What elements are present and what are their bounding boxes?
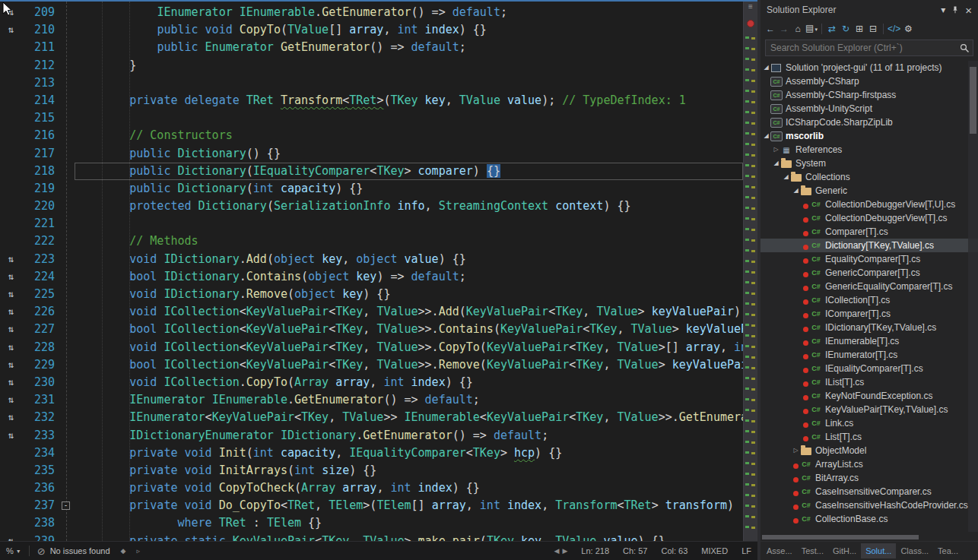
home-icon[interactable]: ⌂ <box>791 21 805 37</box>
tree-item[interactable]: C#IDictionary[TKey,TValue].cs <box>760 321 978 334</box>
search-icon[interactable] <box>960 43 970 53</box>
code-text[interactable]: private void InitArrays(int size) {} <box>75 462 743 479</box>
tree-item[interactable]: ◢Collections <box>760 170 978 184</box>
code-text[interactable]: bool ICollection<KeyValuePair<TKey, TVal… <box>75 321 743 338</box>
code-line[interactable]: ⇅225 void IDictionary.Remove(object key)… <box>0 286 743 303</box>
back-icon[interactable]: ← <box>764 21 777 37</box>
tree-item[interactable]: C#CaseInsensitiveComparer.cs <box>760 485 978 498</box>
tree-item[interactable]: C#KeyNotFoundException.cs <box>760 389 978 403</box>
line-number[interactable]: 236 <box>21 479 58 497</box>
code-text[interactable]: bool IDictionary.Contains(object key) =>… <box>75 268 743 286</box>
implements-glyph-icon[interactable]: ⇅ <box>0 4 21 21</box>
tree-item[interactable]: C#GenericEqualityComparer[T].cs <box>760 280 978 293</box>
tree-item[interactable]: ◢Generic <box>760 184 978 198</box>
implements-glyph-icon[interactable] <box>0 92 21 109</box>
code-text[interactable]: protected Dictionary(SerializationInfo i… <box>75 198 743 215</box>
code-text[interactable] <box>75 109 743 127</box>
implements-glyph-icon[interactable] <box>0 109 21 127</box>
tree-item[interactable]: C#CollectionDebuggerView[T,U].cs <box>760 198 978 211</box>
scrollbar-thumb[interactable] <box>970 67 976 134</box>
expander-open-icon[interactable]: ◢ <box>792 184 800 198</box>
code-line[interactable]: ⇅227 bool ICollection<KeyValuePair<TKey,… <box>0 321 743 338</box>
tree-item[interactable]: C#ArrayList.cs <box>760 457 978 471</box>
code-text[interactable]: private static KeyValuePair<TKey, TValue… <box>75 533 743 541</box>
switch-views-icon[interactable]: ▤▾ <box>805 20 818 38</box>
implements-glyph-icon[interactable] <box>0 215 21 233</box>
tree-item[interactable]: C#Assembly-UnityScript <box>760 102 978 115</box>
code-line[interactable]: 235 private void InitArrays(int size) {} <box>0 462 743 479</box>
line-number[interactable]: 214 <box>21 92 58 109</box>
code-text[interactable]: private void Init(int capacity, IEqualit… <box>75 445 743 462</box>
refresh-icon[interactable]: ↻ <box>839 21 853 37</box>
collapse-all-icon[interactable]: ⊟ <box>866 21 880 37</box>
code-line[interactable]: 213 <box>0 74 743 92</box>
code-text[interactable] <box>75 215 743 233</box>
code-line[interactable]: ⇅226 void ICollection<KeyValuePair<TKey,… <box>0 303 743 321</box>
code-line[interactable]: ⇅224 bool IDictionary.Contains(object ke… <box>0 268 743 286</box>
issues-text[interactable]: No issues found <box>50 546 110 555</box>
code-line[interactable]: ⇅239 private static KeyValuePair<TKey, T… <box>0 533 743 541</box>
implements-glyph-icon[interactable]: ⇅ <box>0 339 21 356</box>
tree-item[interactable]: C#EqualityComparer[T].cs <box>760 252 978 266</box>
tree-item[interactable]: C#IComparer[T].cs <box>760 307 978 321</box>
expander-open-icon[interactable]: ◢ <box>762 61 770 74</box>
implements-glyph-icon[interactable] <box>0 180 21 198</box>
implements-glyph-icon[interactable]: ⇅ <box>0 303 21 321</box>
implements-glyph-icon[interactable] <box>0 145 21 163</box>
forward-icon[interactable]: → <box>777 21 791 37</box>
code-text[interactable]: private delegate TRet Transform<TRet>(TK… <box>75 92 743 109</box>
implements-glyph-icon[interactable] <box>0 163 21 180</box>
tool-window-tab[interactable]: GitH... <box>828 543 861 558</box>
code-line[interactable]: ⇅230 void ICollection.CopyTo(Array array… <box>0 374 743 391</box>
code-line[interactable]: 215 <box>0 109 743 127</box>
code-text[interactable]: void ICollection<KeyValuePair<TKey, TVal… <box>75 339 743 356</box>
line-number[interactable]: 229 <box>21 356 58 374</box>
code-line[interactable]: ⇅231 IEnumerator IEnumerable.GetEnumerat… <box>0 391 743 409</box>
implements-glyph-icon[interactable] <box>0 127 21 144</box>
tool-window-tab[interactable]: Test... <box>797 543 828 558</box>
pin-icon[interactable] <box>951 5 960 14</box>
implements-glyph-icon[interactable]: ⇅ <box>0 286 21 303</box>
line-number[interactable]: 230 <box>21 374 58 391</box>
line-number[interactable]: 216 <box>21 127 58 144</box>
code-text[interactable]: public Dictionary(int capacity) {} <box>75 180 743 198</box>
tree-item[interactable]: C#IList[T].cs <box>760 375 978 389</box>
line-number[interactable]: 225 <box>21 286 58 303</box>
implements-glyph-icon[interactable] <box>0 57 21 74</box>
code-text[interactable]: public Dictionary(IEqualityComparer<TKey… <box>75 163 743 180</box>
implements-glyph-icon[interactable]: ⇅ <box>0 268 21 286</box>
implements-glyph-icon[interactable]: ⇅ <box>0 356 21 374</box>
line-number[interactable]: 219 <box>21 180 58 198</box>
expander-closed-icon[interactable]: ▷ <box>792 444 800 457</box>
code-text[interactable]: public Dictionary() {} <box>75 145 743 163</box>
code-text[interactable]: IEnumerator IEnumerable.GetEnumerator() … <box>75 391 743 409</box>
line-number[interactable]: 226 <box>21 303 58 321</box>
scroll-right-icon[interactable]: ▶ <box>562 547 567 555</box>
code-line[interactable]: ⇅232 IEnumerator<KeyValuePair<TKey, TVal… <box>0 409 743 426</box>
code-text[interactable]: IDictionaryEnumerator IDictionary.GetEnu… <box>75 427 743 445</box>
code-cleanup-icon[interactable]: ◆ <box>121 547 126 555</box>
code-text[interactable]: // Methods <box>75 233 743 250</box>
fold-collapse-icon[interactable]: - <box>62 501 70 510</box>
line-number[interactable]: 218 <box>21 163 58 180</box>
code-text[interactable] <box>75 74 743 92</box>
implements-glyph-icon[interactable] <box>0 445 21 462</box>
implements-glyph-icon[interactable]: ⇅ <box>0 321 21 338</box>
tree-item[interactable]: C#IEnumerator[T].cs <box>760 348 978 362</box>
tool-window-tab[interactable]: Asse... <box>762 543 797 558</box>
tree-item[interactable]: ◢C#mscorlib <box>760 129 978 143</box>
code-text[interactable]: private void CopyToCheck(Array array, in… <box>75 479 743 497</box>
implements-glyph-icon[interactable] <box>0 233 21 250</box>
code-line[interactable]: 216 // Constructors <box>0 127 743 144</box>
code-line[interactable]: ⇅233 IDictionaryEnumerator IDictionary.G… <box>0 427 743 445</box>
code-text[interactable]: void IDictionary.Add(object key, object … <box>75 251 743 268</box>
search-input[interactable] <box>766 43 960 53</box>
code-line[interactable]: ⇅229 bool ICollection<KeyValuePair<TKey,… <box>0 356 743 374</box>
line-number[interactable]: 209 <box>21 4 58 21</box>
expander-closed-icon[interactable]: ▷ <box>772 143 780 157</box>
code-line[interactable]: 237- private void Do_CopyTo<TRet, TElem>… <box>0 497 743 514</box>
code-line[interactable]: 214 private delegate TRet Transform<TRet… <box>0 92 743 109</box>
line-number[interactable]: 210 <box>21 21 58 39</box>
tree-item[interactable]: C#Comparer[T].cs <box>760 225 978 239</box>
code-text[interactable]: public void CopyTo(TValue[] array, int i… <box>75 21 743 39</box>
